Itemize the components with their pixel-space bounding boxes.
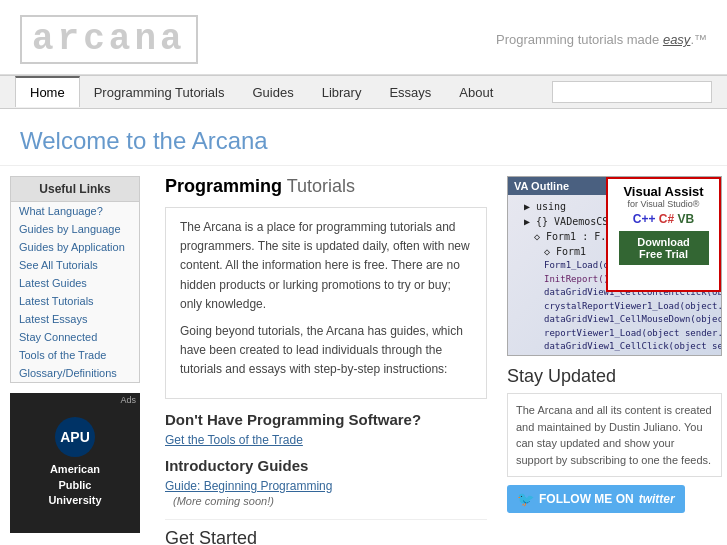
va-outline-content: ▶ using ▶ {} VADemosCS ◇ Form1 : F... ◇ … bbox=[508, 195, 721, 356]
va-download-button[interactable]: Download Free Trial bbox=[619, 231, 709, 265]
apu-text: American Public University bbox=[48, 462, 101, 508]
va-badge[interactable]: Visual Assist for Visual Studio® C++ C# … bbox=[606, 177, 721, 292]
nav-item-guides[interactable]: Guides bbox=[238, 78, 307, 107]
tagline: Programming tutorials made easy.™ bbox=[496, 32, 707, 47]
stay-updated-section: Stay Updated The Arcana and all its cont… bbox=[507, 366, 722, 513]
nav-bar: Home Programming Tutorials Guides Librar… bbox=[0, 75, 727, 109]
sidebar-link-guides-application[interactable]: Guides by Application bbox=[11, 238, 139, 256]
va-badge-title: Visual Assist bbox=[613, 184, 714, 199]
page-title: Welcome to the Arcana bbox=[20, 127, 707, 155]
main-content: Useful Links What Language? Guides by La… bbox=[0, 166, 727, 545]
page-header: arcana Programming tutorials made easy.™ bbox=[0, 0, 727, 75]
stay-updated-text: The Arcana and all its content is create… bbox=[507, 393, 722, 477]
page-title-area: Welcome to the Arcana bbox=[0, 109, 727, 166]
sidebar-link-stay-connected[interactable]: Stay Connected bbox=[11, 328, 139, 346]
no-software-heading: Don't Have Programming Software? bbox=[165, 411, 487, 428]
sidebar-link-guides-language[interactable]: Guides by Language bbox=[11, 220, 139, 238]
content-heading: Programming Tutorials bbox=[165, 176, 487, 197]
get-started-heading: Get Started bbox=[165, 519, 487, 546]
sidebar-link-what-language[interactable]: What Language? bbox=[11, 202, 139, 220]
sidebar: Useful Links What Language? Guides by La… bbox=[0, 176, 150, 545]
nav-item-library[interactable]: Library bbox=[308, 78, 376, 107]
intro-text: The Arcana is a place for programming tu… bbox=[180, 218, 472, 314]
right-column: VA Outline ▶ using ▶ {} VADemosCS ◇ Form… bbox=[502, 176, 727, 545]
va-badge-sub: for Visual Studio® bbox=[613, 199, 714, 209]
sidebar-link-latest-essays[interactable]: Latest Essays bbox=[11, 310, 139, 328]
twitter-follow-button[interactable]: 🐦 FOLLOW ME ON twitter bbox=[507, 485, 685, 513]
content-area: Programming Tutorials The Arcana is a pl… bbox=[150, 176, 502, 545]
apu-logo: APU bbox=[55, 417, 95, 457]
nav-item-home[interactable]: Home bbox=[15, 76, 80, 107]
sidebar-link-latest-guides[interactable]: Latest Guides bbox=[11, 274, 139, 292]
guides-text: Going beyond tutorials, the Arcana has g… bbox=[180, 322, 472, 380]
nav-item-programming-tutorials[interactable]: Programming Tutorials bbox=[80, 78, 239, 107]
stay-updated-heading: Stay Updated bbox=[507, 366, 722, 387]
intro-block: The Arcana is a place for programming tu… bbox=[165, 207, 487, 399]
sidebar-link-tools[interactable]: Tools of the Trade bbox=[11, 346, 139, 364]
useful-links-title: Useful Links bbox=[11, 177, 139, 202]
useful-links-box: Useful Links What Language? Guides by La… bbox=[10, 176, 140, 383]
tools-link[interactable]: Get the Tools of the Trade bbox=[165, 433, 487, 447]
nav-item-essays[interactable]: Essays bbox=[375, 78, 445, 107]
logo-area: arcana bbox=[20, 15, 198, 64]
sidebar-link-glossary[interactable]: Glossary/Definitions bbox=[11, 364, 139, 382]
beginning-programming-link[interactable]: Guide: Beginning Programming bbox=[165, 479, 487, 493]
logo[interactable]: arcana bbox=[20, 15, 198, 64]
sidebar-link-latest-tutorials[interactable]: Latest Tutorials bbox=[11, 292, 139, 310]
intro-guides-heading: Introductory Guides bbox=[165, 457, 487, 474]
va-outline-widget: VA Outline ▶ using ▶ {} VADemosCS ◇ Form… bbox=[507, 176, 722, 356]
nav-item-about[interactable]: About bbox=[445, 78, 507, 107]
twitter-icon: 🐦 bbox=[517, 491, 534, 507]
advertisement-block[interactable]: Ads APU American Public University bbox=[10, 393, 140, 533]
va-badge-langs: C++ C# VB bbox=[613, 212, 714, 226]
search-input[interactable] bbox=[552, 81, 712, 103]
intro-guide-sub: (More coming soon!) bbox=[173, 495, 487, 507]
sidebar-link-see-all[interactable]: See All Tutorials bbox=[11, 256, 139, 274]
